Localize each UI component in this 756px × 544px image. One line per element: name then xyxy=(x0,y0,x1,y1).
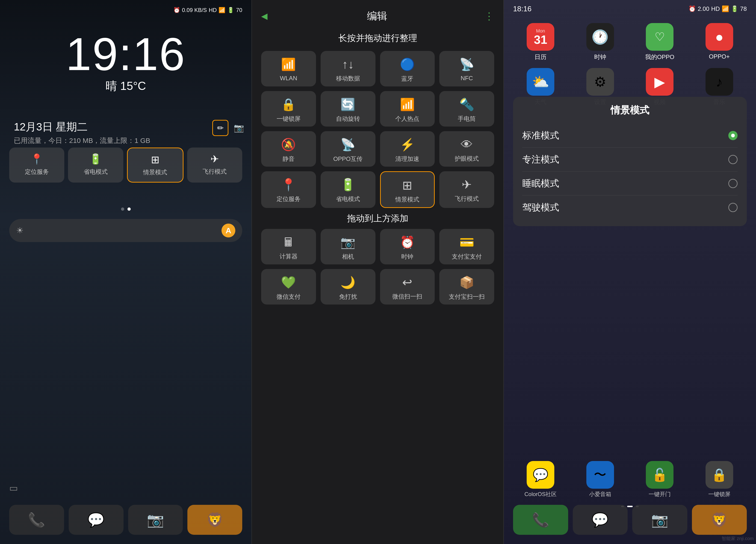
p1-toggle-battery[interactable]: 🔋 省电模式 xyxy=(68,148,123,183)
p1-edit-icon[interactable]: ✏ xyxy=(212,120,228,136)
p2-tile-dnd[interactable]: 🌙 免打扰 xyxy=(321,269,375,305)
p2-tile-flight-mode[interactable]: ✈ 飞行模式 xyxy=(439,171,494,208)
p2-tile-location[interactable]: 📍 定位服务 xyxy=(261,171,316,208)
p2-silent-label: 静音 xyxy=(283,155,295,163)
p3-drive-radio[interactable] xyxy=(728,203,738,212)
p2-tile-mobile-data[interactable]: ↑↓ 移动数据 xyxy=(321,51,375,86)
p1-toggle-flight[interactable]: ✈ 飞行模式 xyxy=(187,148,242,183)
p1-dot-2 xyxy=(127,207,131,211)
p3-app-onelock[interactable]: 🔒 一键锁屏 xyxy=(692,461,747,498)
p1-battery-save-icon: 🔋 xyxy=(89,153,102,165)
p3-app-clock[interactable]: 🕐 时钟 xyxy=(573,23,628,61)
p3-sleep-radio[interactable] xyxy=(728,179,738,188)
p2-tile-lockscreen[interactable]: 🔒 一键锁屏 xyxy=(261,91,316,127)
p3-myoppo-icon: ♡ xyxy=(646,23,673,51)
p3-oppoplus-icon: ● xyxy=(706,23,733,51)
p2-tile-clean[interactable]: ⚡ 清理加速 xyxy=(380,131,435,167)
p3-app-calendar[interactable]: Mon 31 日历 xyxy=(513,23,568,61)
p1-toggle-scene[interactable]: ⊞ 情景模式 xyxy=(127,148,183,183)
p2-tile-wechat-scan[interactable]: ↩ 微信扫一扫 xyxy=(380,269,435,305)
p3-dock-message[interactable]: 💬 xyxy=(573,505,628,535)
p1-dock-camera[interactable]: 📷 xyxy=(128,505,183,535)
p2-tile-wechat-pay[interactable]: 💚 微信支付 xyxy=(261,269,316,305)
watermark: 智能家 znji.com xyxy=(722,535,754,542)
p2-scene-mode-icon: ⊞ xyxy=(402,178,412,192)
p3-app-oneopen[interactable]: 🔓 一键开门 xyxy=(632,461,687,498)
p1-dock-browser[interactable]: 🦁 xyxy=(187,505,242,535)
p3-dropdown-item-standard[interactable]: 标准模式 xyxy=(522,124,738,148)
p3-coloros-label: ColorOS社区 xyxy=(524,491,557,498)
p2-back-chevron: ◀ xyxy=(261,11,268,21)
p1-camera-icon[interactable]: 📷 xyxy=(231,120,247,136)
p2-tile-wlan[interactable]: 📶 WLAN xyxy=(261,51,316,86)
p2-back-button[interactable]: ◀ xyxy=(261,11,270,21)
p3-signal-icon: 📶 xyxy=(722,5,729,12)
p1-search-bar[interactable]: ☀ A xyxy=(9,219,242,242)
p3-dock-phone[interactable]: 📞 xyxy=(513,505,568,535)
p2-battery-save-label: 省电模式 xyxy=(336,195,360,203)
p2-wechat-pay-icon: 💚 xyxy=(281,275,296,290)
p2-tile-scene-mode[interactable]: ⊞ 情景模式 xyxy=(380,171,435,208)
p1-dock-phone[interactable]: 📞 xyxy=(9,505,64,535)
p2-tile-alipay-scan[interactable]: 📦 支付宝扫一扫 xyxy=(439,269,494,305)
p3-dock-camera[interactable]: 📷 xyxy=(632,505,687,535)
p1-battery-label: 省电模式 xyxy=(84,168,108,176)
p2-more-button[interactable]: ⋮ xyxy=(484,10,494,22)
p2-clean-label: 清理加速 xyxy=(395,155,419,163)
p3-onelock-icon: 🔒 xyxy=(706,461,733,489)
p2-tile-alarm[interactable]: ⏰ 时钟 xyxy=(380,229,435,264)
p1-user-avatar[interactable]: A xyxy=(221,224,235,237)
panel-control-center: ◀ 编辑 ⋮ 长按并拖动进行整理 📶 WLAN ↑↓ 移动数据 🔵 蓝牙 📡 xyxy=(252,0,504,544)
p2-tile-alipay[interactable]: 💳 支付宝支付 xyxy=(439,229,494,264)
p1-dot-1 xyxy=(121,207,124,211)
p2-wechat-scan-icon: ↩ xyxy=(402,275,412,289)
p2-tile-oppo-share[interactable]: 📡 OPPO互传 xyxy=(321,131,375,167)
p3-dropdown-item-focus[interactable]: 专注模式 xyxy=(522,148,738,171)
p3-standard-mode-label: 标准模式 xyxy=(522,129,559,142)
p2-flashlight-label: 手电筒 xyxy=(458,115,476,123)
p1-location-label: 定位服务 xyxy=(25,168,49,176)
p3-app-myoppo[interactable]: ♡ 我的OPPO xyxy=(632,23,687,61)
p2-location-icon: 📍 xyxy=(281,178,296,192)
p2-tile-bluetooth[interactable]: 🔵 蓝牙 xyxy=(380,51,435,86)
p3-focus-radio[interactable] xyxy=(728,155,738,164)
p2-lockscreen-label: 一键锁屏 xyxy=(277,115,301,123)
p2-camera2-icon: 📷 xyxy=(340,235,355,249)
p3-app-coloros[interactable]: 💬 ColorOS社区 xyxy=(513,461,568,498)
p3-app-oppoplus[interactable]: ● OPPO+ xyxy=(692,23,747,61)
p3-clock-icon: 🕐 xyxy=(586,23,614,51)
p3-clock-label: 时钟 xyxy=(594,53,606,61)
p2-bt-icon: 🔵 xyxy=(400,57,415,71)
p3-music-icon: ♪ xyxy=(706,68,733,96)
p3-dropdown-item-drive[interactable]: 驾驶模式 xyxy=(522,195,738,219)
p2-tile-hotspot[interactable]: 📶 个人热点 xyxy=(380,91,435,127)
p2-tile-eyecare[interactable]: 👁 护眼模式 xyxy=(439,131,494,167)
p1-scene-icon: ⊞ xyxy=(151,154,159,166)
p3-scene-dropdown: 情景模式 标准模式 专注模式 睡眠模式 驾驶模式 xyxy=(513,97,747,226)
p2-silent-icon: 🔕 xyxy=(281,138,296,152)
p3-dock-browser[interactable]: 🦁 xyxy=(692,505,747,535)
p2-tile-camera2[interactable]: 📷 相机 xyxy=(321,229,375,264)
p2-tile-silent[interactable]: 🔕 静音 xyxy=(261,131,316,167)
p1-data-usage: 已用流量，今日：210 MB，流量上限：1 GB xyxy=(14,136,238,145)
p1-toggle-location[interactable]: 📍 定位服务 xyxy=(9,148,64,183)
p1-hd-badge: HD xyxy=(209,7,217,13)
p2-section1-title: 长按并拖动进行整理 xyxy=(261,32,494,44)
p2-grid-section: 长按并拖动进行整理 📶 WLAN ↑↓ 移动数据 🔵 蓝牙 📡 NFC � xyxy=(261,32,494,309)
p1-flight-icon: ✈ xyxy=(210,153,219,165)
p2-tile-calculator[interactable]: 🖩 计算器 xyxy=(261,229,316,264)
p2-tile-flashlight[interactable]: 🔦 手电筒 xyxy=(439,91,494,127)
p2-calculator-label: 计算器 xyxy=(280,252,298,260)
p3-standard-radio[interactable] xyxy=(728,131,738,140)
p2-tile-nfc[interactable]: 📡 NFC xyxy=(439,51,494,86)
p3-battery-level: 78 xyxy=(740,5,747,12)
p2-tile-battery-save[interactable]: 🔋 省电模式 xyxy=(321,171,375,208)
p3-app-xiaoi[interactable]: 〜 小爱音箱 xyxy=(573,461,628,498)
p1-quick-toggles: 📍 定位服务 🔋 省电模式 ⊞ 情景模式 ✈ 飞行模式 xyxy=(9,148,242,183)
p3-dropdown-item-sleep[interactable]: 睡眠模式 xyxy=(522,171,738,195)
p1-dock-message[interactable]: 💬 xyxy=(69,505,124,535)
p2-tile-rotate[interactable]: 🔄 自动旋转 xyxy=(321,91,375,127)
p2-mobile-data-label: 移动数据 xyxy=(336,74,360,83)
p2-dnd-label: 免打扰 xyxy=(339,293,357,301)
p2-flight-mode-label: 飞行模式 xyxy=(455,195,479,203)
